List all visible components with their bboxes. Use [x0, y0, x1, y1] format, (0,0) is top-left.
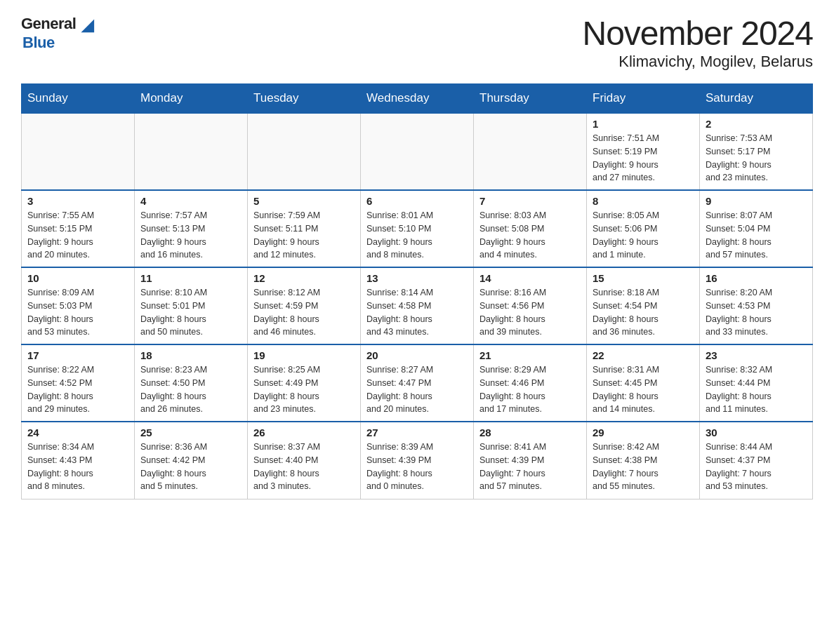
day-info: Sunrise: 8:09 AMSunset: 5:03 PMDaylight:…: [27, 286, 128, 339]
day-number: 17: [27, 349, 128, 361]
day-info: Sunrise: 8:22 AMSunset: 4:52 PMDaylight:…: [27, 363, 128, 416]
calendar-cell: 12Sunrise: 8:12 AMSunset: 4:59 PMDayligh…: [248, 267, 361, 344]
calendar-cell: 22Sunrise: 8:31 AMSunset: 4:45 PMDayligh…: [587, 344, 700, 422]
day-number: 25: [140, 427, 241, 438]
logo-text-blue: Blue: [22, 34, 55, 52]
day-number: 1: [593, 118, 694, 130]
calendar-cell: [135, 113, 248, 190]
calendar-cell: [361, 113, 474, 190]
calendar-cell: 26Sunrise: 8:37 AMSunset: 4:40 PMDayligh…: [248, 422, 361, 499]
day-info: Sunrise: 7:53 AMSunset: 5:17 PMDaylight:…: [706, 132, 807, 185]
day-number: 21: [479, 349, 581, 361]
calendar-cell: 14Sunrise: 8:16 AMSunset: 4:56 PMDayligh…: [474, 267, 587, 344]
day-info: Sunrise: 8:34 AMSunset: 4:43 PMDaylight:…: [27, 441, 128, 493]
day-info: Sunrise: 8:29 AMSunset: 4:46 PMDaylight:…: [479, 363, 581, 416]
calendar-cell: 9Sunrise: 8:07 AMSunset: 5:04 PMDaylight…: [700, 190, 813, 267]
title-block: November 2024 Klimavichy, Mogilev, Belar…: [582, 14, 813, 71]
calendar-header-saturday: Saturday: [700, 84, 813, 114]
day-number: 7: [479, 195, 581, 207]
calendar-cell: 30Sunrise: 8:44 AMSunset: 4:37 PMDayligh…: [700, 422, 813, 499]
calendar-cell: 16Sunrise: 8:20 AMSunset: 4:53 PMDayligh…: [700, 267, 813, 344]
calendar-cell: [248, 113, 361, 190]
calendar-cell: 7Sunrise: 8:03 AMSunset: 5:08 PMDaylight…: [474, 190, 587, 267]
calendar-cell: 6Sunrise: 8:01 AMSunset: 5:10 PMDaylight…: [361, 190, 474, 267]
day-info: Sunrise: 8:27 AMSunset: 4:47 PMDaylight:…: [366, 363, 468, 416]
day-number: 28: [479, 427, 581, 438]
calendar-table: SundayMondayTuesdayWednesdayThursdayFrid…: [21, 83, 813, 499]
calendar-cell: 8Sunrise: 8:05 AMSunset: 5:06 PMDaylight…: [587, 190, 700, 267]
day-number: 14: [479, 272, 581, 284]
calendar-header-sunday: Sunday: [22, 84, 135, 114]
calendar-cell: 25Sunrise: 8:36 AMSunset: 4:42 PMDayligh…: [135, 422, 248, 499]
logo: General Blue: [21, 14, 95, 52]
day-info: Sunrise: 8:32 AMSunset: 4:44 PMDaylight:…: [706, 363, 807, 416]
calendar-cell: 1Sunrise: 7:51 AMSunset: 5:19 PMDaylight…: [587, 113, 700, 190]
calendar-header-row: SundayMondayTuesdayWednesdayThursdayFrid…: [22, 84, 813, 114]
day-number: 4: [140, 195, 241, 207]
day-info: Sunrise: 8:16 AMSunset: 4:56 PMDaylight:…: [479, 286, 581, 339]
day-info: Sunrise: 8:12 AMSunset: 4:59 PMDaylight:…: [253, 286, 355, 339]
day-info: Sunrise: 8:39 AMSunset: 4:39 PMDaylight:…: [366, 441, 468, 493]
calendar-cell: [474, 113, 587, 190]
day-number: 19: [253, 349, 355, 361]
calendar-header-tuesday: Tuesday: [248, 84, 361, 114]
day-info: Sunrise: 8:23 AMSunset: 4:50 PMDaylight:…: [140, 363, 241, 416]
day-info: Sunrise: 8:42 AMSunset: 4:38 PMDaylight:…: [593, 441, 694, 493]
day-number: 20: [366, 349, 468, 361]
day-number: 24: [27, 427, 128, 438]
day-number: 11: [140, 272, 241, 284]
calendar-cell: 27Sunrise: 8:39 AMSunset: 4:39 PMDayligh…: [361, 422, 474, 499]
day-info: Sunrise: 8:25 AMSunset: 4:49 PMDaylight:…: [253, 363, 355, 416]
day-number: 10: [27, 272, 128, 284]
day-info: Sunrise: 8:01 AMSunset: 5:10 PMDaylight:…: [366, 209, 468, 262]
calendar-header-friday: Friday: [587, 84, 700, 114]
day-info: Sunrise: 7:51 AMSunset: 5:19 PMDaylight:…: [593, 132, 694, 185]
day-number: 9: [706, 195, 807, 207]
day-number: 3: [27, 195, 128, 207]
day-number: 27: [366, 427, 468, 438]
calendar-week-row: 10Sunrise: 8:09 AMSunset: 5:03 PMDayligh…: [22, 267, 813, 344]
day-number: 26: [253, 427, 355, 438]
day-number: 2: [706, 118, 807, 130]
day-number: 6: [366, 195, 468, 207]
calendar-cell: 24Sunrise: 8:34 AMSunset: 4:43 PMDayligh…: [22, 422, 135, 499]
day-info: Sunrise: 8:41 AMSunset: 4:39 PMDaylight:…: [479, 441, 581, 493]
calendar-cell: 28Sunrise: 8:41 AMSunset: 4:39 PMDayligh…: [474, 422, 587, 499]
day-info: Sunrise: 8:44 AMSunset: 4:37 PMDaylight:…: [706, 441, 807, 493]
day-number: 5: [253, 195, 355, 207]
calendar-cell: 15Sunrise: 8:18 AMSunset: 4:54 PMDayligh…: [587, 267, 700, 344]
calendar-cell: 18Sunrise: 8:23 AMSunset: 4:50 PMDayligh…: [135, 344, 248, 422]
day-number: 29: [593, 427, 694, 438]
day-number: 15: [593, 272, 694, 284]
day-info: Sunrise: 8:10 AMSunset: 5:01 PMDaylight:…: [140, 286, 241, 339]
day-number: 23: [706, 349, 807, 361]
day-info: Sunrise: 8:05 AMSunset: 5:06 PMDaylight:…: [593, 209, 694, 262]
calendar-cell: 5Sunrise: 7:59 AMSunset: 5:11 PMDaylight…: [248, 190, 361, 267]
logo-text-general: General: [21, 15, 76, 33]
day-info: Sunrise: 7:57 AMSunset: 5:13 PMDaylight:…: [140, 209, 241, 262]
calendar-header-wednesday: Wednesday: [361, 84, 474, 114]
calendar-cell: 2Sunrise: 7:53 AMSunset: 5:17 PMDaylight…: [700, 113, 813, 190]
day-info: Sunrise: 8:14 AMSunset: 4:58 PMDaylight:…: [366, 286, 468, 339]
calendar-cell: 17Sunrise: 8:22 AMSunset: 4:52 PMDayligh…: [22, 344, 135, 422]
day-info: Sunrise: 8:31 AMSunset: 4:45 PMDaylight:…: [593, 363, 694, 416]
day-info: Sunrise: 8:37 AMSunset: 4:40 PMDaylight:…: [253, 441, 355, 493]
day-info: Sunrise: 8:20 AMSunset: 4:53 PMDaylight:…: [706, 286, 807, 339]
page-subtitle: Klimavichy, Mogilev, Belarus: [582, 53, 813, 71]
calendar-cell: 23Sunrise: 8:32 AMSunset: 4:44 PMDayligh…: [700, 344, 813, 422]
page-title: November 2024: [582, 14, 813, 53]
calendar-header-monday: Monday: [135, 84, 248, 114]
day-number: 16: [706, 272, 807, 284]
day-number: 8: [593, 195, 694, 207]
day-number: 13: [366, 272, 468, 284]
day-number: 12: [253, 272, 355, 284]
day-info: Sunrise: 7:59 AMSunset: 5:11 PMDaylight:…: [253, 209, 355, 262]
calendar-cell: 19Sunrise: 8:25 AMSunset: 4:49 PMDayligh…: [248, 344, 361, 422]
calendar-cell: 20Sunrise: 8:27 AMSunset: 4:47 PMDayligh…: [361, 344, 474, 422]
page-header: General Blue November 2024 Klimavichy, M…: [21, 14, 813, 71]
day-info: Sunrise: 8:07 AMSunset: 5:04 PMDaylight:…: [706, 209, 807, 262]
day-number: 22: [593, 349, 694, 361]
calendar-cell: 13Sunrise: 8:14 AMSunset: 4:58 PMDayligh…: [361, 267, 474, 344]
day-info: Sunrise: 7:55 AMSunset: 5:15 PMDaylight:…: [27, 209, 128, 262]
day-info: Sunrise: 8:03 AMSunset: 5:08 PMDaylight:…: [479, 209, 581, 262]
